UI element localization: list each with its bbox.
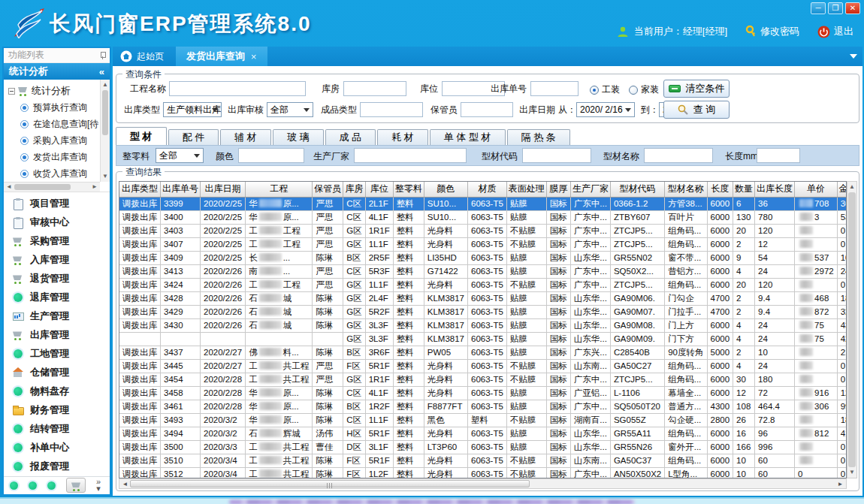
material-tab[interactable]: 配 件: [168, 129, 219, 145]
module-item[interactable]: 物料盘存: [4, 382, 110, 401]
profile-code-input[interactable]: [522, 148, 591, 163]
table-row[interactable]: 调拨出库34002020/2/25华原...严思C区4L1F整料SU10...6…: [119, 210, 847, 224]
whole-part-select[interactable]: 全部: [156, 148, 204, 163]
material-tab[interactable]: 型 材: [116, 127, 167, 145]
scroll-down-icon[interactable]: ▼: [847, 468, 856, 477]
maximize-button[interactable]: ❐: [828, 2, 843, 14]
column-header[interactable]: 工程: [246, 182, 313, 197]
table-row[interactable]: G区3L3F整料KLM38176063-T5贴膜国标山东华...GA90M09.…: [119, 332, 847, 346]
module-dot-icon[interactable]: [10, 481, 18, 490]
table-row[interactable]: 调拨出库34282020/2/26石城陈琳G区2L4F整料KLM38176063…: [119, 291, 847, 305]
table-row[interactable]: 调拨出库34302020/2/26石城陈琳G区3L3F整料KLM38176063…: [119, 318, 847, 332]
out-type-select[interactable]: 生产领料出库: [163, 102, 222, 117]
close-button[interactable]: ✕: [845, 2, 860, 14]
profile-name-input[interactable]: [644, 148, 713, 163]
module-item[interactable]: 仓储管理: [4, 364, 110, 382]
scroll-right-icon[interactable]: ►: [835, 479, 845, 489]
audit-select[interactable]: 全部: [267, 102, 313, 117]
column-header[interactable]: 颜色: [424, 182, 467, 197]
scroll-down-icon[interactable]: ▼: [101, 172, 110, 181]
collapse-icon[interactable]: «: [99, 66, 104, 77]
tree-item[interactable]: 发货出库查询: [8, 149, 99, 165]
material-tab[interactable]: 辅 材: [220, 129, 271, 145]
column-header[interactable]: 型材名称: [665, 182, 707, 197]
maker-input[interactable]: [354, 148, 467, 163]
tab-overflow-caret-icon[interactable]: [850, 54, 857, 62]
length-input[interactable]: [757, 148, 800, 163]
table-row[interactable]: 调拨出库34132020/2/26南...严思C区5R3F整料G71422606…: [119, 264, 847, 278]
logout-button[interactable]: 退出: [817, 25, 853, 38]
tab-home[interactable]: 起始页: [113, 47, 176, 66]
scroll-left-icon[interactable]: ◄: [5, 183, 14, 192]
table-row[interactable]: 调拨出库35122020/3/4工共工程陈琳F区1L2F整料光身料6063-T5…: [119, 467, 847, 478]
table-row[interactable]: 调拨出库34452020/2/27工共工程严思F区5R1F整料光身料6063-T…: [119, 359, 847, 373]
module-item[interactable]: 生产管理: [4, 307, 110, 326]
module-item[interactable]: 补单中心: [4, 439, 110, 457]
column-header[interactable]: 库房: [343, 182, 365, 197]
module-item[interactable]: 结转管理: [4, 420, 110, 439]
table-row[interactable]: 调拨出库34612020/2/28华原...陈琳B区1R2F整料F8877FT6…: [119, 400, 847, 413]
module-item[interactable]: 入库管理: [4, 251, 110, 270]
scroll-right-icon[interactable]: ►: [90, 183, 99, 192]
table-vertical-scrollbar[interactable]: ▲ ▼: [847, 181, 857, 478]
material-tab[interactable]: 耗 材: [377, 129, 428, 145]
column-header[interactable]: 金额: [837, 182, 847, 197]
warehouse-input[interactable]: [343, 81, 406, 96]
column-header[interactable]: 单价: [795, 182, 838, 197]
radio-jiazhuang[interactable]: 家装: [629, 83, 659, 96]
more-modules-button[interactable]: »▾: [96, 478, 101, 492]
tree-item[interactable]: 在途信息查询[待: [8, 116, 99, 132]
module-item[interactable]: 财务管理: [4, 401, 110, 420]
column-header[interactable]: 型材代码: [610, 182, 664, 197]
column-header[interactable]: 出库单号: [161, 182, 201, 197]
tree-item[interactable]: 采购入库查询: [8, 132, 99, 149]
column-header[interactable]: 长度: [707, 182, 733, 197]
scroll-up-icon[interactable]: ▲: [101, 80, 110, 89]
table-horizontal-scrollbar[interactable]: ◄ ►: [119, 478, 847, 489]
order-no-input[interactable]: [530, 81, 579, 96]
table-row[interactable]: 调拨出库35102020/3/4工共工程陈琳F区5R1F整料光身料6063-T5…: [119, 454, 847, 467]
module-cart-button[interactable]: [66, 478, 86, 493]
project-name-input[interactable]: [169, 81, 306, 96]
module-item[interactable]: 退货管理: [4, 270, 110, 288]
keeper-input[interactable]: [461, 102, 513, 117]
scroll-up-icon[interactable]: ▲: [847, 183, 856, 192]
column-header[interactable]: 保管员: [313, 182, 343, 197]
module-dot-icon[interactable]: [29, 481, 37, 490]
column-header[interactable]: 数量: [733, 182, 755, 197]
column-header[interactable]: 库位: [365, 182, 393, 197]
clear-conditions-button[interactable]: 清空条件: [663, 80, 730, 98]
tree-vertical-scrollbar[interactable]: ▲ ▼: [100, 80, 110, 182]
table-row[interactable]: 调拨出库34542020/2/28工共工程严思G区1R1F整料光身料6063-T…: [119, 373, 847, 386]
column-header[interactable]: 材质: [467, 182, 506, 197]
pin-icon[interactable]: [100, 52, 105, 59]
radio-gongzhuang[interactable]: 工装: [590, 83, 620, 96]
column-header[interactable]: 出库日期: [201, 182, 246, 197]
tab-close-icon[interactable]: ×: [251, 51, 257, 62]
sidebar-section-header[interactable]: 统计分析 «: [4, 63, 110, 80]
scroll-left-icon[interactable]: ◄: [120, 479, 130, 489]
module-item[interactable]: 审核中心: [4, 213, 110, 232]
tree-root-node[interactable]: 统计分析: [8, 83, 99, 99]
tree-horizontal-scrollbar[interactable]: ◄ ►: [4, 182, 100, 192]
module-item[interactable]: 工地管理: [4, 345, 110, 364]
table-row[interactable]: 调拨出库34292020/2/26石城陈琳G区5R2F整料KLM38176063…: [119, 305, 847, 318]
table-row[interactable]: 调拨出库34582020/2/28华原...陈琳C区4L1F整料光身料6063-…: [119, 386, 847, 400]
product-type-input[interactable]: [360, 102, 423, 117]
table-row[interactable]: 调拨出库34942020/3/2石辉城汤伟H区5R1F整料光身料6063-T5贴…: [119, 427, 847, 440]
table-row[interactable]: 调拨出库35002020/3/3工共工程曹佳D区3L1F整料LT3P606063…: [119, 440, 847, 454]
module-item[interactable]: 采购管理: [4, 232, 110, 251]
table-row[interactable]: 调拨出库34932020/3/2华原...陈琳C区1L1F整料黑色塑料不贴膜国标…: [119, 413, 847, 427]
tree-item[interactable]: 收货入库查询: [8, 165, 99, 182]
material-tab[interactable]: 隔 热 条: [507, 129, 570, 145]
column-header[interactable]: 表面处理: [506, 182, 546, 197]
change-password-button[interactable]: 修改密码: [745, 25, 799, 38]
module-item[interactable]: 报废管理: [4, 457, 110, 476]
module-item[interactable]: 项目管理: [4, 195, 110, 213]
minimize-button[interactable]: ─: [811, 2, 826, 14]
module-dot-icon[interactable]: [47, 481, 56, 490]
column-header[interactable]: 出库长度: [755, 182, 795, 197]
color-input[interactable]: [238, 148, 304, 163]
table-row[interactable]: 调拨出库34242020/2/26工工程严思G区1L1F整料光身料6063-T5…: [119, 278, 847, 291]
column-header[interactable]: 整零料: [393, 182, 424, 197]
